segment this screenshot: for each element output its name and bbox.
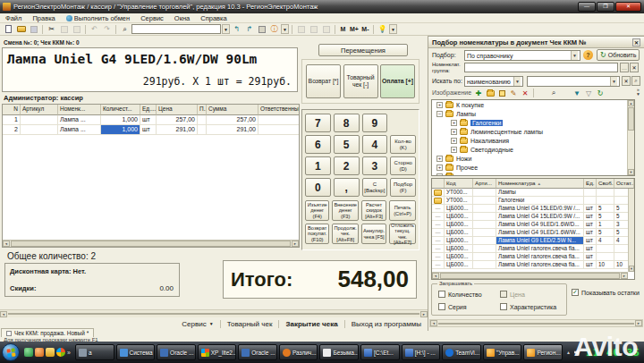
menu-item[interactable]: Окна — [169, 13, 195, 22]
scroll-right-icon[interactable]: ▸ — [621, 273, 628, 279]
help-icon[interactable]: ? — [583, 50, 593, 60]
tip-bulb-icon[interactable]: 💡 — [377, 24, 388, 35]
scroll-thumb[interactable] — [11, 241, 291, 247]
column-header[interactable]: Код — [445, 179, 473, 189]
scroll-down-icon[interactable]: ▾ — [629, 266, 634, 272]
history-forward-icon[interactable]: ↱ — [243, 24, 255, 35]
clear-icon[interactable]: ✕ — [630, 63, 639, 72]
column-header[interactable]: Своб... — [597, 179, 614, 189]
table-vscrollbar[interactable]: ▾ — [628, 189, 634, 272]
tree-vscrollbar[interactable]: ▴ ▾ — [627, 100, 634, 175]
column-header[interactable] — [432, 179, 445, 189]
info-dropdown-icon[interactable]: ▼ — [281, 24, 289, 34]
quick-launch-icon[interactable] — [56, 348, 65, 357]
nomenclature-row[interactable]: ЦБ000... Лампа Uniel G4 9LED/1.6W/W... ш… — [432, 229, 634, 237]
scroll-left-icon[interactable]: ◂ — [430, 320, 437, 326]
numpad-key-6[interactable]: 6 — [305, 135, 331, 154]
ellipsis-button[interactable]: … — [620, 63, 629, 72]
quick-launch-icon[interactable] — [35, 348, 44, 357]
search-dropdown-icon[interactable]: ▼ — [222, 24, 230, 34]
numpad-key-comma[interactable]: , — [334, 178, 360, 197]
quick-launch-icon[interactable] — [24, 348, 33, 357]
add-folder-icon[interactable] — [485, 88, 496, 98]
column-header[interactable]: Ед.... — [140, 105, 157, 115]
expander-icon[interactable] — [451, 120, 457, 126]
calc-m-button[interactable]: М — [338, 24, 348, 35]
ask-quantity-checkbox[interactable]: Количество — [438, 291, 482, 298]
expander-icon[interactable] — [436, 102, 443, 108]
column-header[interactable]: Сумма — [207, 105, 258, 115]
document-tab[interactable]: Чек ККМ: продажа. Новый * — [1, 328, 94, 337]
scroll-left-icon[interactable]: ◂ — [3, 241, 10, 247]
nomenclature-row[interactable]: ЦБ000... Лампа Uniel G4 15LED/0.9W /... … — [432, 213, 634, 221]
hierarchy-view-icon[interactable] — [537, 88, 547, 98]
column-header-sorted[interactable]: Номенклатура▲ — [496, 179, 584, 189]
find-in-list-icon[interactable]: ⌕ — [548, 88, 559, 98]
close-check-button[interactable]: Закрытие чека — [278, 320, 343, 328]
column-header[interactable]: Остат... — [614, 179, 634, 189]
expander-icon[interactable] — [451, 147, 457, 153]
quick-launch-icon[interactable] — [46, 348, 55, 357]
cash-withdraw-button[interactable]: Изъятие денег (F4) — [305, 200, 329, 221]
nomenclature-row[interactable]: ЦБ000... Лампа Uniel галоген.свеча fla..… — [432, 261, 634, 269]
close-button[interactable]: ✕ — [615, 2, 641, 12]
numpad-key-5[interactable]: 5 — [334, 135, 360, 154]
open-icon[interactable] — [15, 24, 27, 35]
discount-calc-button[interactable]: Расчет скидок [Alt+F3] — [361, 200, 386, 221]
delete-icon[interactable]: ✕ — [520, 88, 530, 98]
start-button[interactable] — [2, 343, 20, 361]
add-icon[interactable]: ✚ — [473, 88, 484, 98]
goods-receipt-footer-button[interactable]: Товарный чек — [220, 320, 279, 328]
taskbar-window-button[interactable]: TeamVi... — [442, 344, 481, 360]
quick-launch-more-icon[interactable]: » — [67, 350, 71, 356]
edit-icon[interactable]: ✎ — [508, 88, 519, 98]
pick-key[interactable]: Подбор (F) — [390, 178, 416, 197]
numpad-key-0[interactable]: 0 — [305, 178, 331, 197]
return-button[interactable]: Возврат [*] — [306, 64, 341, 98]
expander-icon[interactable] — [436, 156, 443, 162]
tip-dropdown-icon[interactable]: ▼ — [389, 24, 397, 34]
tree-item[interactable]: Светодиодные — [432, 145, 634, 154]
picker-mode-select[interactable]: По справочнику▼ — [464, 50, 580, 61]
nomenclature-row[interactable]: ЦБ000... Лампа Uniel G4 15LED/0.9W /... … — [432, 205, 634, 213]
calc-m-minus-button[interactable]: М- — [360, 24, 370, 35]
column-header[interactable]: Арти... — [473, 179, 496, 189]
scroll-left-icon[interactable]: ◂ — [432, 273, 439, 279]
form-hscrollbar[interactable]: ◂ ▸ — [0, 309, 428, 317]
table-row[interactable]: 1 Лампа ... 1,000 шт 257,00 257,00 — [3, 115, 299, 125]
copy-item-icon[interactable] — [496, 88, 507, 98]
column-header[interactable]: Ед. — [584, 179, 597, 189]
table-icon[interactable] — [295, 24, 307, 35]
scroll-up-icon[interactable]: ▴ — [628, 100, 634, 106]
show-remains-checkbox[interactable]: ✓Показывать остатки — [572, 289, 640, 296]
tree-item[interactable]: Накаливания — [432, 136, 634, 145]
expander-icon[interactable] — [451, 129, 457, 135]
numpad-key-7[interactable]: 7 — [305, 114, 331, 132]
taskbar-window-button[interactable]: "Управ... — [483, 344, 522, 360]
group-field[interactable] — [464, 63, 618, 72]
redo-icon[interactable]: ↷ — [101, 24, 113, 35]
tree-item[interactable]: Люминесцентные лампы — [432, 127, 634, 136]
numpad-key-4[interactable]: 4 — [362, 135, 388, 154]
taskbar-window-button[interactable]: Oracle ... — [238, 344, 277, 360]
scroll-thumb[interactable] — [8, 313, 419, 315]
taskbar-window-button[interactable]: а — [75, 344, 114, 360]
search-input[interactable] — [131, 24, 221, 34]
column-header[interactable]: Количест... — [101, 105, 140, 115]
scroll-thumb[interactable] — [438, 323, 634, 325]
numpad-key-2[interactable]: 2 — [334, 156, 360, 175]
copy-icon[interactable] — [58, 24, 70, 35]
column-header[interactable]: Цена — [157, 105, 198, 115]
menu-item[interactable]: Сервис — [135, 13, 169, 22]
numpad-key-1[interactable]: 1 — [305, 156, 331, 175]
minimize-button[interactable]: — — [578, 2, 596, 12]
grid-icon[interactable] — [308, 24, 319, 35]
expander-icon[interactable] — [436, 173, 443, 177]
close-icon[interactable]: ✕ — [632, 38, 640, 46]
nomenclature-row[interactable]: ЦБ000... Лампа Uniel галоген.свеча fla..… — [432, 253, 634, 261]
nomenclature-row[interactable]: ЦБ000... Лампа Uniel G4 9LED/1.6W/D... ш… — [432, 221, 634, 229]
menu-item[interactable]: Выполнить обмен — [61, 13, 135, 22]
nomenclature-row[interactable]: ЦБ000... Лампа Uniel галоген.свеча fla..… — [432, 245, 634, 253]
tree-item[interactable]: Галогенки — [432, 118, 634, 127]
users-icon[interactable] — [320, 24, 332, 35]
